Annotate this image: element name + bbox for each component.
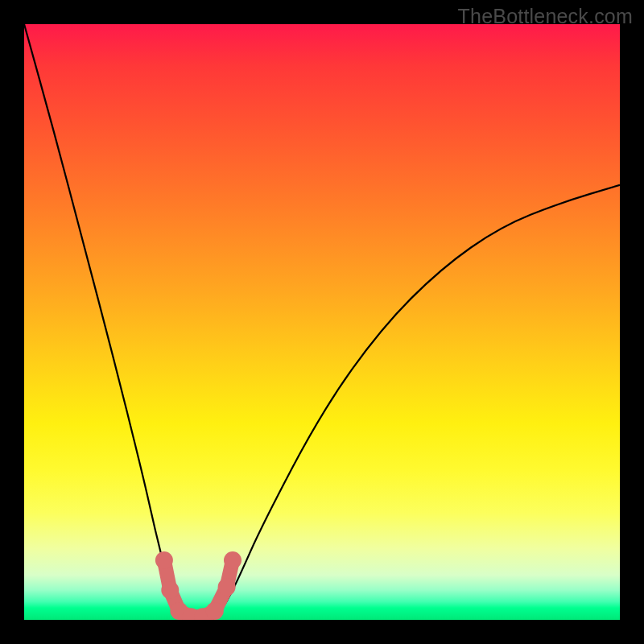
highlight-markers [155,551,242,620]
marker-point [161,581,179,599]
marker-point [206,602,224,620]
marker-point [224,551,242,569]
marker-point [155,551,173,569]
marker-point [218,578,236,596]
bottleneck-curve [24,24,620,620]
chart-plot-area [24,24,620,620]
chart-svg [24,24,620,620]
